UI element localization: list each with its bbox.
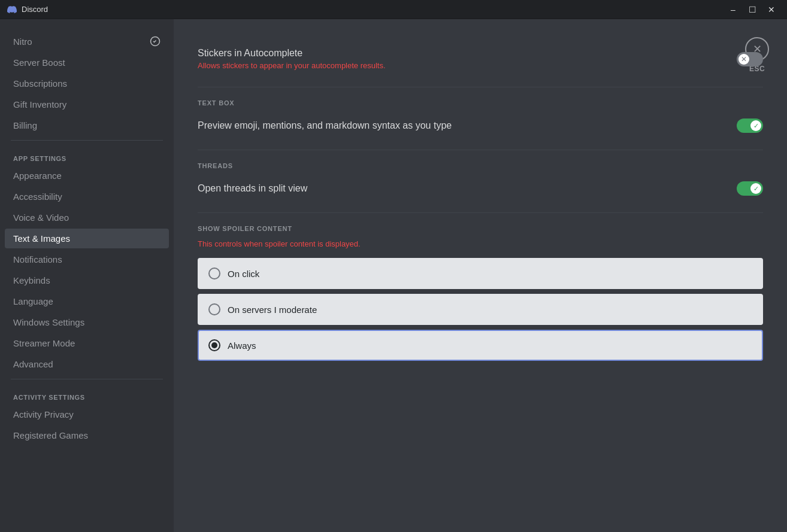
divider-1 (198, 87, 763, 87)
sidebar-item-accessibility[interactable]: Accessibility (5, 187, 169, 206)
sidebar-item-language[interactable]: Language (5, 291, 169, 311)
sidebar-item-voice-video[interactable]: Voice & Video (5, 208, 169, 227)
close-button[interactable]: ✕ (763, 3, 780, 16)
text-box-section-header: TEXT BOX (198, 99, 763, 107)
app-container: Nitro Server Boost Subscriptions Gift In… (0, 19, 787, 532)
radio-circle-on-click (208, 267, 220, 279)
main-content: ✕ ESC Stickers in Autocomplete Allows st… (174, 19, 787, 532)
stickers-autocomplete-toggle[interactable]: ✕ (737, 52, 763, 66)
sidebar-item-gift-inventory[interactable]: Gift Inventory (5, 95, 169, 114)
open-threads-row: Open threads in split view ✓ (198, 177, 763, 200)
preview-emoji-knob: ✓ (750, 120, 761, 131)
sidebar-item-keybinds[interactable]: Keybinds (5, 270, 169, 290)
radio-circle-always (208, 339, 220, 351)
maximize-button[interactable]: ☐ (744, 3, 761, 16)
discord-logo-icon (7, 5, 17, 14)
title-bar-controls: – ☐ ✕ (725, 3, 780, 16)
stickers-autocomplete-row: Stickers in Autocomplete Allows stickers… (198, 43, 763, 75)
divider-2 (198, 150, 763, 150)
sidebar-item-notifications[interactable]: Notifications (5, 250, 169, 269)
radio-inner-always (211, 342, 217, 348)
radio-circle-on-servers (208, 303, 220, 315)
threads-section-header: THREADS (198, 162, 763, 169)
sidebar-item-windows-settings[interactable]: Windows Settings (5, 312, 169, 332)
sidebar-item-appearance[interactable]: Appearance (5, 166, 169, 186)
divider-3 (198, 212, 763, 213)
sidebar-item-activity-privacy[interactable]: Activity Privacy (5, 405, 169, 424)
sidebar-item-registered-games[interactable]: Registered Games (5, 425, 169, 445)
sidebar-item-billing[interactable]: Billing (5, 115, 169, 135)
sidebar-item-subscriptions[interactable]: Subscriptions (5, 74, 169, 93)
sidebar-item-server-boost[interactable]: Server Boost (5, 53, 169, 72)
radio-label-on-click: On click (228, 269, 259, 279)
activity-settings-header: ACTIVITY SETTINGS (5, 384, 169, 405)
window-title: Discord (22, 5, 48, 14)
toggle-x-icon: ✕ (741, 55, 747, 63)
toggle-check-icon-2: ✓ (753, 185, 759, 193)
open-threads-toggle[interactable]: ✓ (737, 181, 763, 196)
preview-emoji-toggle[interactable]: ✓ (737, 118, 763, 133)
radio-label-always: Always (228, 341, 256, 351)
nitro-icon (150, 36, 161, 47)
open-threads-knob: ✓ (750, 183, 761, 194)
sidebar-item-nitro[interactable]: Nitro (5, 31, 169, 51)
stickers-autocomplete-label: Stickers in Autocomplete (198, 48, 386, 59)
preview-emoji-label: Preview emoji, mentions, and markdown sy… (198, 120, 452, 131)
app-settings-header: APP SETTINGS (5, 145, 169, 166)
spoiler-option-on-click[interactable]: On click (198, 258, 763, 289)
minimize-button[interactable]: – (725, 3, 741, 16)
title-bar: Discord – ☐ ✕ (0, 0, 787, 19)
stickers-toggle-knob: ✕ (738, 54, 749, 65)
title-bar-left: Discord (7, 5, 48, 14)
toggle-check-icon-1: ✓ (753, 122, 759, 130)
sidebar-item-advanced[interactable]: Advanced (5, 354, 169, 374)
spoiler-option-on-servers[interactable]: On servers I moderate (198, 294, 763, 325)
open-threads-label: Open threads in split view (198, 183, 307, 194)
sidebar-divider-2 (11, 379, 163, 379)
sidebar-divider-1 (11, 140, 163, 141)
sidebar-item-text-images[interactable]: Text & Images (5, 229, 169, 248)
show-spoiler-section-header: SHOW SPOILER CONTENT (198, 225, 763, 232)
stickers-autocomplete-description: Allows stickers to appear in your autoco… (198, 61, 386, 70)
spoiler-option-always[interactable]: Always (198, 330, 763, 361)
sidebar-item-streamer-mode[interactable]: Streamer Mode (5, 333, 169, 353)
spoiler-description: This controls when spoiler content is di… (198, 239, 763, 248)
sidebar: Nitro Server Boost Subscriptions Gift In… (0, 19, 174, 532)
preview-emoji-row: Preview emoji, mentions, and markdown sy… (198, 114, 763, 138)
stickers-autocomplete-info: Stickers in Autocomplete Allows stickers… (198, 48, 386, 70)
radio-label-on-servers: On servers I moderate (228, 305, 317, 315)
